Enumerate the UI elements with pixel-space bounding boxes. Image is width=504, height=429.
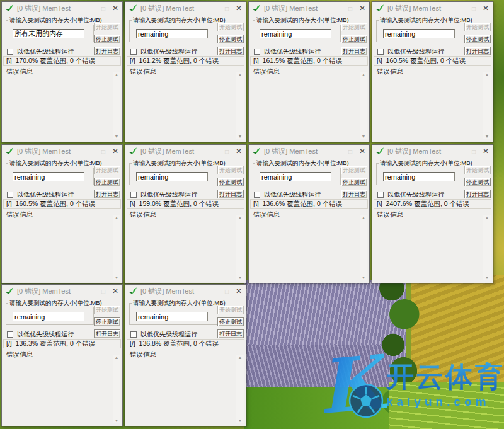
scroll-up-icon[interactable]: ▲ [115,72,119,77]
error-scrollbar[interactable]: ▲ ▼ [113,215,120,280]
open-log-button[interactable]: 打开日志 [94,190,120,198]
titlebar[interactable]: [0 错误] MemTest — □ ✕ [2,285,122,297]
stop-test-button[interactable]: 停止测试 [464,178,491,186]
error-scrollbar[interactable]: ▲ ▼ [360,215,367,280]
memory-size-input[interactable] [13,29,84,38]
low-priority-checkbox[interactable] [7,49,13,55]
stop-test-button[interactable]: 停止测试 [94,35,120,43]
titlebar[interactable]: [0 错误] MemTest — □ ✕ [2,145,122,157]
titlebar[interactable]: [0 错误] MemTest — □ ✕ [125,145,246,157]
open-log-button[interactable]: 打开日志 [464,47,491,55]
minimize-icon[interactable]: — [88,288,94,295]
close-icon[interactable]: ✕ [112,287,118,295]
scroll-up-icon[interactable]: ▲ [362,215,366,220]
close-icon[interactable]: ✕ [236,287,242,295]
error-scrollbar[interactable]: ▲ ▼ [236,72,244,139]
stop-test-button[interactable]: 停止测试 [217,35,244,43]
error-scrollbar[interactable]: ▲ ▼ [113,355,120,423]
memory-size-input[interactable] [260,29,331,38]
scroll-up-icon[interactable]: ▲ [485,215,490,220]
close-icon[interactable]: ✕ [236,147,242,156]
low-priority-checkbox[interactable] [7,192,13,198]
close-icon[interactable]: ✕ [236,4,242,13]
low-priority-checkbox[interactable] [7,331,13,338]
close-icon[interactable]: ✕ [359,4,365,13]
stop-test-button[interactable]: 停止测试 [217,178,244,186]
open-log-button[interactable]: 打开日志 [464,190,491,198]
close-icon[interactable]: ✕ [359,147,365,156]
scroll-up-icon[interactable]: ▲ [238,215,243,220]
titlebar[interactable]: [0 错误] MemTest — □ ✕ [372,2,493,14]
stop-test-button[interactable]: 停止测试 [94,317,120,326]
scroll-down-icon[interactable]: ▼ [115,134,119,139]
low-priority-checkbox[interactable] [254,49,260,55]
scroll-down-icon[interactable]: ▼ [238,134,243,139]
stop-test-button[interactable]: 停止测试 [217,317,244,326]
low-priority-checkbox[interactable] [130,331,137,338]
scroll-down-icon[interactable]: ▼ [485,275,490,280]
memory-size-input[interactable] [136,29,208,38]
memory-size-input[interactable] [136,312,208,321]
memory-size-input[interactable] [383,172,455,181]
scroll-up-icon[interactable]: ▲ [362,72,366,77]
error-scrollbar[interactable]: ▲ ▼ [236,215,244,280]
titlebar[interactable]: [0 错误] MemTest — □ ✕ [249,145,369,157]
low-priority-checkbox[interactable] [130,192,137,198]
open-log-button[interactable]: 打开日志 [217,190,244,198]
close-icon[interactable]: ✕ [112,147,118,156]
scroll-down-icon[interactable]: ▼ [115,418,119,423]
scroll-up-icon[interactable]: ▲ [115,215,119,220]
close-icon[interactable]: ✕ [483,147,489,156]
titlebar[interactable]: [0 错误] MemTest — □ ✕ [249,2,369,14]
open-log-button[interactable]: 打开日志 [217,47,244,55]
minimize-icon[interactable]: — [88,5,94,12]
stop-test-button[interactable]: 停止测试 [341,178,367,186]
minimize-icon[interactable]: — [335,5,341,12]
low-priority-checkbox[interactable] [377,49,384,55]
error-scrollbar[interactable]: ▲ ▼ [483,215,491,280]
scroll-down-icon[interactable]: ▼ [238,275,243,280]
open-log-button[interactable]: 打开日志 [94,47,120,55]
minimize-icon[interactable]: — [88,148,94,155]
open-log-button[interactable]: 打开日志 [94,329,120,338]
titlebar[interactable]: [0 错误] MemTest — □ ✕ [372,145,493,157]
titlebar[interactable]: [0 错误] MemTest — □ ✕ [125,285,246,297]
stop-test-button[interactable]: 停止测试 [341,35,367,43]
stop-test-button[interactable]: 停止测试 [94,178,120,186]
scroll-down-icon[interactable]: ▼ [115,275,119,280]
scroll-down-icon[interactable]: ▼ [238,418,243,423]
error-scrollbar[interactable]: ▲ ▼ [483,72,491,139]
minimize-icon[interactable]: — [212,288,218,295]
titlebar[interactable]: [0 错误] MemTest — □ ✕ [125,2,246,14]
open-log-button[interactable]: 打开日志 [341,190,367,198]
error-scrollbar[interactable]: ▲ ▼ [360,72,367,139]
minimize-icon[interactable]: — [459,148,465,155]
open-log-button[interactable]: 打开日志 [217,329,244,338]
open-log-button[interactable]: 打开日志 [341,47,367,55]
scroll-down-icon[interactable]: ▼ [485,134,490,139]
memory-size-input[interactable] [383,29,455,38]
memory-size-input[interactable] [13,172,84,181]
minimize-icon[interactable]: — [335,148,341,155]
error-scrollbar[interactable]: ▲ ▼ [236,355,244,423]
memory-size-input[interactable] [136,172,208,181]
minimize-icon[interactable]: — [212,5,218,12]
low-priority-checkbox[interactable] [130,49,137,55]
minimize-icon[interactable]: — [459,5,465,12]
close-icon[interactable]: ✕ [483,4,489,13]
scroll-up-icon[interactable]: ▲ [115,355,119,360]
low-priority-checkbox[interactable] [377,192,384,198]
stop-test-button[interactable]: 停止测试 [464,35,491,43]
scroll-down-icon[interactable]: ▼ [362,134,366,139]
memory-size-input[interactable] [260,172,331,181]
close-icon[interactable]: ✕ [112,4,118,13]
scroll-down-icon[interactable]: ▼ [362,275,366,280]
scroll-up-icon[interactable]: ▲ [238,355,243,360]
minimize-icon[interactable]: — [212,148,218,155]
low-priority-checkbox[interactable] [254,192,260,198]
scroll-up-icon[interactable]: ▲ [238,72,243,77]
titlebar[interactable]: [0 错误] MemTest — □ ✕ [2,2,122,14]
memory-size-input[interactable] [13,312,84,321]
scroll-up-icon[interactable]: ▲ [485,72,490,77]
error-scrollbar[interactable]: ▲ ▼ [113,72,120,139]
